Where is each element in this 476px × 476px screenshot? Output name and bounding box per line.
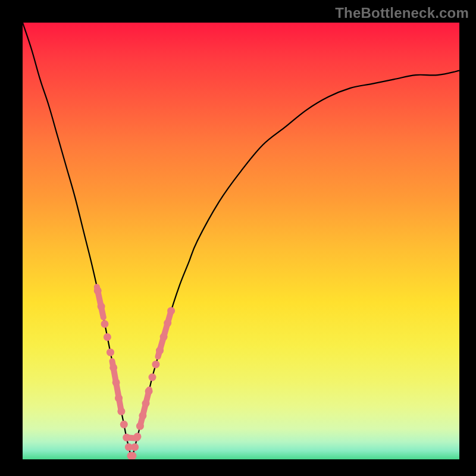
highlight-dot [101,320,109,328]
highlight-segment [140,390,149,425]
highlight-dot [120,421,128,428]
highlight-dot [129,452,137,459]
highlight-dot [152,361,159,368]
watermark-text: TheBottleneck.com [335,5,469,21]
highlight-dot [131,443,139,451]
highlight-dot [107,349,114,356]
chart-svg [23,23,459,459]
highlight-markers [94,287,175,459]
highlight-dot [104,333,111,341]
highlight-segment [158,311,171,356]
curve-right [132,71,460,459]
highlight-segment [97,287,104,317]
plot-area [23,23,459,459]
highlight-dot [149,374,156,381]
chart-frame: TheBottleneck.com [0,0,476,476]
highlight-segment [127,437,137,439]
